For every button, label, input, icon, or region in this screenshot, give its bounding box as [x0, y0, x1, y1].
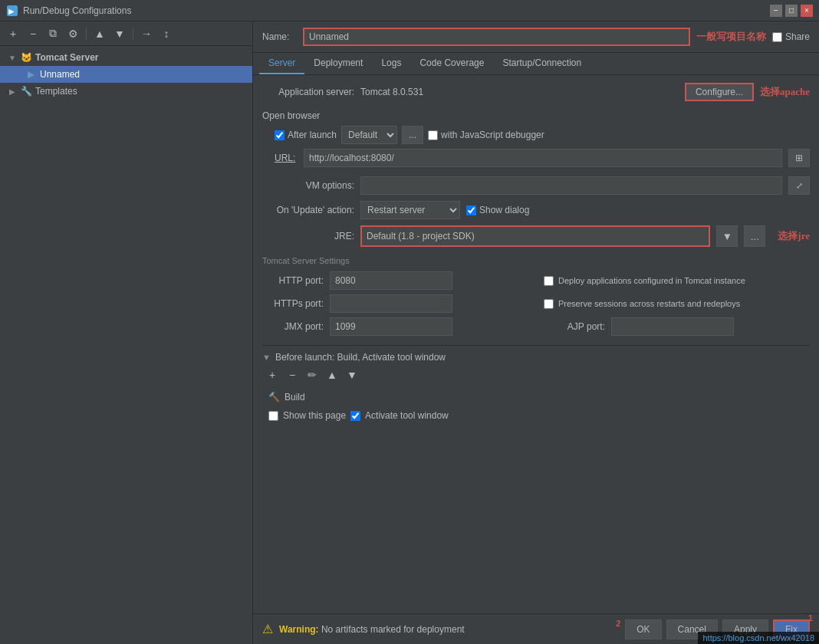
- ok-number: 2: [616, 619, 620, 628]
- show-dialog-label: Show dialog: [466, 205, 529, 215]
- templates-icon: 🔧: [20, 85, 32, 97]
- configure-annotation: 选择apache: [760, 85, 810, 99]
- activate-tool-window-checkbox[interactable]: [350, 411, 360, 421]
- ok-button[interactable]: OK: [625, 619, 661, 639]
- update-action-select[interactable]: Restart server Update classes and resour…: [360, 201, 460, 219]
- app-server-value: Tomcat 8.0.531: [360, 87, 679, 97]
- jre-more-button[interactable]: ...: [744, 225, 765, 247]
- toolbar-sep-1: [86, 28, 87, 40]
- browser-select[interactable]: Default Chrome Firefox: [341, 126, 397, 144]
- bl-down-button[interactable]: ▼: [344, 367, 360, 383]
- http-port-input[interactable]: [330, 271, 452, 290]
- url-overlay: https://blog.csdn.net/wx42018: [698, 632, 819, 644]
- window-title: Run/Debug Configurations: [23, 5, 131, 16]
- unnamed-config-label: Unnamed: [40, 69, 80, 80]
- vm-expand-button[interactable]: ⤢: [788, 176, 810, 195]
- name-annotation: 一般写项目名称: [696, 30, 766, 44]
- tab-deployment[interactable]: Deployment: [304, 53, 372, 74]
- after-launch-checkbox[interactable]: [275, 130, 285, 140]
- tab-server-content: Application server: Tomcat 8.0.531 Confi…: [253, 75, 819, 613]
- jmx-port-label: JMX port:: [262, 321, 324, 332]
- templates-expand-icon: ▶: [6, 85, 18, 97]
- expand-icon: ▼: [6, 51, 18, 64]
- jre-label: JRE:: [262, 231, 354, 242]
- build-label: Build: [285, 392, 305, 402]
- warning-text: Warning: No artifacts marked for deploym…: [279, 624, 465, 635]
- ajp-port-row: AJP port:: [544, 317, 810, 336]
- maximize-button[interactable]: □: [785, 5, 798, 17]
- name-input[interactable]: [303, 28, 690, 46]
- jre-input-wrapper: [360, 225, 710, 247]
- toolbar-sep-2: [133, 28, 133, 40]
- show-this-page-checkbox[interactable]: [268, 411, 278, 421]
- minimize-button[interactable]: −: [770, 5, 782, 17]
- tab-startup-connection[interactable]: Startup/Connection: [493, 53, 590, 74]
- jmx-port-input[interactable]: [330, 317, 452, 336]
- https-port-input[interactable]: [330, 294, 452, 313]
- tab-code-coverage[interactable]: Code Coverage: [410, 53, 493, 74]
- sidebar-toolbar: + − ⧉ ⚙ ▲ ▼ → ↕: [0, 21, 252, 46]
- ajp-port-label: AJP port:: [544, 321, 605, 332]
- show-dialog-checkbox[interactable]: [466, 205, 476, 215]
- share-area: Share: [772, 31, 810, 42]
- config-tabs: Server Deployment Logs Code Coverage Sta…: [253, 53, 819, 75]
- templates-item[interactable]: ▶ 🔧 Templates: [0, 83, 252, 100]
- tomcat-group-label: Tomcat Server: [35, 52, 98, 63]
- tomcat-settings-section: Tomcat Server Settings HTTP port: Deploy…: [262, 256, 810, 336]
- url-expand-button[interactable]: ⊞: [788, 149, 810, 167]
- https-port-label: HTTPs port:: [262, 298, 324, 309]
- before-launch-header[interactable]: ▼ Before launch: Build, Activate tool wi…: [262, 352, 810, 363]
- activate-tool-window-label: Activate tool window: [365, 410, 449, 421]
- jre-input[interactable]: [360, 225, 710, 247]
- main-layout: + − ⧉ ⚙ ▲ ▼ → ↕ ▼ 🐱 Tomcat Server ▶ Unna…: [0, 21, 819, 644]
- update-action-label: On 'Update' action:: [262, 205, 354, 215]
- sort-button[interactable]: ↕: [158, 25, 175, 42]
- unnamed-icon: ▶: [25, 68, 37, 80]
- up-button[interactable]: ▲: [91, 25, 108, 42]
- settings-config-button[interactable]: ⚙: [64, 25, 81, 42]
- port-grid: HTTP port: Deploy applications configure…: [262, 271, 810, 336]
- tomcat-server-group[interactable]: ▼ 🐱 Tomcat Server: [0, 49, 252, 66]
- jre-select-button[interactable]: ▼: [716, 225, 738, 247]
- tomcat-group-icon: 🐱: [20, 51, 32, 64]
- js-debugger-label: with JavaScript debugger: [428, 130, 544, 140]
- ajp-port-input[interactable]: [611, 317, 734, 336]
- warning-label: Warning:: [279, 624, 319, 635]
- copy-config-button[interactable]: ⧉: [44, 25, 61, 42]
- preserve-sessions-checkbox[interactable]: [544, 299, 554, 309]
- tab-logs[interactable]: Logs: [372, 53, 410, 74]
- open-browser-section: Open browser After launch Default Chrome…: [262, 110, 810, 167]
- bl-remove-button[interactable]: −: [284, 367, 301, 383]
- jre-row: JRE: ▼ ... 选择jre: [262, 225, 810, 247]
- http-port-row: HTTP port:: [262, 271, 528, 290]
- warning-detail: No artifacts marked for deployment: [321, 624, 465, 635]
- vm-options-input[interactable]: [360, 176, 782, 195]
- deploy-apps-label: Deploy applications configured in Tomcat…: [558, 276, 745, 285]
- deploy-apps-row: Deploy applications configured in Tomcat…: [544, 271, 810, 290]
- deploy-apps-checkbox[interactable]: [544, 276, 554, 286]
- js-debugger-checkbox[interactable]: [428, 130, 438, 140]
- add-config-button[interactable]: +: [5, 25, 21, 42]
- svg-text:▶: ▶: [8, 7, 15, 15]
- bl-add-button[interactable]: +: [264, 367, 281, 383]
- configure-button[interactable]: Configure...: [685, 83, 754, 101]
- name-row: Name: 一般写项目名称 Share: [253, 21, 819, 53]
- share-checkbox[interactable]: [772, 32, 782, 42]
- move-button[interactable]: →: [138, 25, 155, 42]
- tab-server[interactable]: Server: [259, 53, 304, 74]
- bl-up-button[interactable]: ▲: [324, 367, 340, 383]
- before-launch-title: Before launch: Build, Activate tool wind…: [275, 352, 446, 363]
- browser-row: After launch Default Chrome Firefox ... …: [262, 126, 810, 144]
- url-input[interactable]: [304, 149, 782, 167]
- preserve-sessions-label: Preserve sessions across restarts and re…: [558, 299, 740, 308]
- http-port-label: HTTP port:: [262, 275, 324, 286]
- after-launch-label: After launch: [275, 130, 337, 140]
- browser-more-button[interactable]: ...: [402, 126, 423, 144]
- down-button[interactable]: ▼: [111, 25, 128, 42]
- show-this-page-row: Show this page Activate tool window: [262, 407, 810, 424]
- remove-config-button[interactable]: −: [25, 25, 41, 42]
- close-button[interactable]: ×: [801, 5, 813, 17]
- unnamed-config-item[interactable]: ▶ Unnamed: [0, 66, 252, 83]
- bl-edit-button[interactable]: ✏: [304, 367, 321, 383]
- jmx-port-row: JMX port:: [262, 317, 528, 336]
